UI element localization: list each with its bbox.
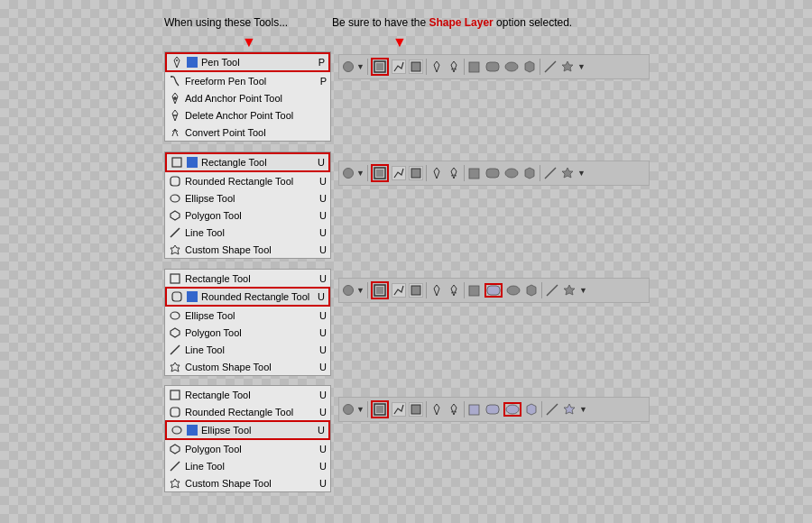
svg-point-49 (506, 405, 519, 414)
tb1-rect-shape-btn[interactable] (467, 60, 482, 74)
svg-rect-32 (486, 169, 499, 178)
tb1-ellipse-shape-btn[interactable] (503, 60, 520, 73)
tb2-hex-shape-btn[interactable] (522, 166, 537, 180)
tool-line[interactable]: Line Tool U (165, 224, 330, 241)
tb3-dropdown-arrow[interactable]: ▼ (356, 286, 364, 295)
tool-custom-shape[interactable]: Custom Shape Tool U (165, 241, 330, 258)
tb3-custom-btn[interactable] (562, 283, 577, 298)
tb4-dropdown-arrow[interactable]: ▼ (356, 405, 364, 414)
tb4-rrect-shape-btn[interactable] (484, 403, 501, 416)
tb4-fill-btn[interactable] (409, 402, 423, 417)
tool-rounded-rect-selected[interactable]: Rounded Rectangle Tool U (165, 287, 330, 307)
tool-polygon[interactable]: Polygon Tool U (165, 206, 330, 224)
tool-rectangle-3[interactable]: Rectangle Tool U (165, 270, 330, 287)
svg-point-7 (171, 195, 180, 202)
tb3-divider2 (426, 282, 427, 298)
tb3-custpen-btn[interactable] (447, 283, 461, 298)
line-shortcut-3: U (319, 344, 327, 355)
tb4-shape-layer-btn[interactable] (371, 400, 389, 418)
tb3-path-btn[interactable] (392, 283, 406, 298)
tool-polygon-3[interactable]: Polygon Tool U (165, 324, 330, 341)
tb3-custom-icon (563, 284, 576, 297)
header-right-text1: Be sure to have the (332, 16, 429, 29)
tool-rectangle-4[interactable]: Rectangle Tool U (165, 386, 330, 403)
tb3-mode-icon (343, 285, 354, 296)
tb1-rrect-shape-btn[interactable] (484, 60, 501, 73)
tb1-path-btn[interactable] (392, 60, 406, 74)
tb2-divider2 (426, 165, 427, 181)
tb2-line-btn[interactable] (543, 166, 558, 180)
tool-rounded-rect-4[interactable]: Rounded Rectangle Tool U (165, 403, 330, 420)
svg-point-0 (176, 60, 178, 61)
tb4-line-btn[interactable] (545, 402, 559, 417)
tool-line-3[interactable]: Line Tool U (165, 341, 330, 358)
tb1-fill-btn[interactable] (409, 60, 423, 74)
tb3-rrect-shape-btn[interactable] (484, 283, 503, 298)
tb2-shape-layer-btn[interactable] (371, 164, 389, 182)
tool-pen-tool[interactable]: Pen Tool P (165, 52, 330, 72)
tb2-custpen-btn[interactable] (447, 166, 461, 180)
freeform-pen-icon (169, 75, 181, 87)
tb4-ellipse-shape-btn[interactable] (503, 402, 521, 417)
tb3-ellipse-shape-btn[interactable] (505, 284, 521, 297)
tool-rounded-rect[interactable]: Rounded Rectangle Tool U (165, 172, 330, 189)
tb4-custpen-btn[interactable] (447, 402, 461, 417)
tb1-hex-shape-btn[interactable] (522, 60, 537, 74)
polygon-shortcut-4: U (319, 444, 327, 454)
tb2-custom-dropdown[interactable]: ▼ (577, 169, 586, 178)
svg-rect-21 (376, 63, 383, 70)
tb2-path-btn[interactable] (392, 166, 406, 180)
tb4-rect-shape-btn[interactable] (467, 402, 482, 417)
tool-custom-shape-4[interactable]: Custom Shape Tool U (165, 474, 330, 491)
tool-ellipse[interactable]: Ellipse Tool U (165, 189, 330, 206)
tool-freeform-pen[interactable]: Freeform Pen Tool P (165, 72, 330, 89)
tool-ellipse-selected[interactable]: Ellipse Tool U (165, 420, 330, 440)
panel-pen-tool: Pen Tool P Freeform Pen Tool P Add Ancho… (164, 51, 331, 142)
tb1-custom-dropdown[interactable]: ▼ (577, 62, 586, 71)
svg-rect-22 (411, 62, 420, 71)
tb2-ellipse-shape-btn[interactable] (503, 167, 520, 179)
tb3-line-btn[interactable] (545, 283, 559, 298)
tb1-custpen-btn[interactable] (447, 60, 461, 74)
tool-convert-point[interactable]: Convert Point Tool (165, 124, 330, 141)
polygon-label: Polygon Tool (185, 210, 316, 221)
tb1-line-btn[interactable] (543, 60, 558, 74)
svg-line-9 (171, 228, 180, 237)
tb2-rrect-shape-btn[interactable] (484, 167, 501, 179)
line-shortcut: U (319, 227, 327, 238)
tool-custom-shape-3[interactable]: Custom Shape Tool U (165, 358, 330, 375)
tb4-custpen-icon (448, 403, 459, 416)
tb3-shape-layer-icon (374, 284, 386, 297)
tb1-dropdown-arrow[interactable]: ▼ (356, 62, 364, 71)
tb1-pen-btn[interactable] (429, 60, 444, 74)
tb2-pen-btn[interactable] (429, 166, 444, 180)
polygon-label-3: Polygon Tool (185, 327, 316, 338)
tool-line-4[interactable]: Line Tool U (165, 457, 330, 474)
tool-polygon-4[interactable]: Polygon Tool U (165, 440, 330, 457)
tb3-fill-btn[interactable] (409, 283, 423, 298)
tb4-hex-shape-btn[interactable] (524, 402, 539, 417)
ellipse-shortcut: U (319, 193, 327, 204)
tb4-custom-dropdown[interactable]: ▼ (579, 405, 587, 414)
tool-ellipse-3[interactable]: Ellipse Tool U (165, 307, 330, 324)
tb2-dropdown-arrow[interactable]: ▼ (356, 169, 364, 178)
tb4-custom-btn[interactable] (562, 402, 577, 417)
tb1-shape-layer-btn[interactable] (371, 58, 389, 76)
tool-rectangle[interactable]: Rectangle Tool U (165, 152, 330, 172)
tb3-hex-shape-btn[interactable] (524, 283, 539, 298)
tb4-pen-btn[interactable] (429, 402, 444, 417)
svg-rect-47 (469, 405, 479, 415)
tb1-custom-btn[interactable] (560, 60, 575, 74)
tb2-fill-btn[interactable] (409, 166, 423, 180)
tb2-custom-btn[interactable] (560, 166, 575, 180)
tool-delete-anchor[interactable]: Delete Anchor Point Tool (165, 106, 330, 124)
rounded-rect-label-3: Rounded Rectangle Tool (201, 291, 314, 302)
tb3-shape-layer-btn[interactable] (371, 281, 389, 299)
tool-add-anchor[interactable]: Add Anchor Point Tool (165, 89, 330, 106)
tb2-rect-shape-btn[interactable] (467, 166, 482, 180)
tb4-path-btn[interactable] (392, 402, 406, 417)
svg-rect-11 (172, 292, 181, 301)
tb3-rect-shape-btn[interactable] (467, 283, 482, 298)
tb3-pen-btn[interactable] (429, 283, 444, 298)
tb3-custom-dropdown[interactable]: ▼ (579, 286, 587, 295)
